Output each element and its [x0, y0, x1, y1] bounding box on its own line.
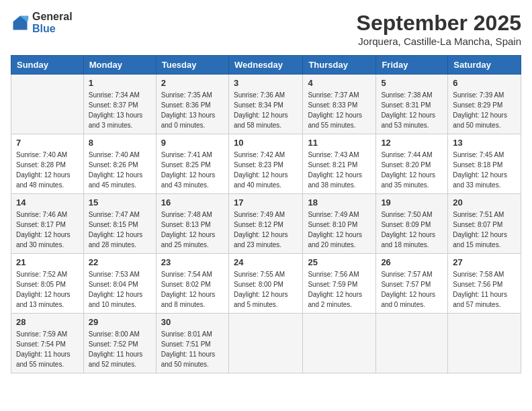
day-info: Sunrise: 7:38 AM Sunset: 8:31 PM Dayligh…	[381, 90, 443, 130]
title-block: September 2025 Jorquera, Castille-La Man…	[357, 11, 521, 47]
day-number: 6	[453, 78, 516, 88]
calendar-cell: 26Sunrise: 7:57 AM Sunset: 7:57 PM Dayli…	[376, 254, 448, 314]
calendar-cell: 5Sunrise: 7:38 AM Sunset: 8:31 PM Daylig…	[376, 75, 448, 134]
day-number: 21	[16, 257, 79, 267]
day-number: 26	[381, 257, 443, 267]
day-number: 5	[381, 78, 443, 88]
day-info: Sunrise: 7:34 AM Sunset: 8:37 PM Dayligh…	[89, 90, 151, 130]
day-number: 14	[16, 197, 79, 208]
day-info: Sunrise: 7:43 AM Sunset: 8:21 PM Dayligh…	[308, 150, 371, 190]
month-title: September 2025	[357, 11, 521, 36]
calendar-cell: 16Sunrise: 7:48 AM Sunset: 8:13 PM Dayli…	[156, 194, 228, 254]
day-info: Sunrise: 7:59 AM Sunset: 7:54 PM Dayligh…	[16, 329, 79, 369]
day-info: Sunrise: 7:50 AM Sunset: 8:09 PM Dayligh…	[381, 210, 443, 250]
day-info: Sunrise: 7:51 AM Sunset: 8:07 PM Dayligh…	[453, 210, 516, 250]
day-info: Sunrise: 7:48 AM Sunset: 8:13 PM Dayligh…	[161, 210, 224, 250]
day-info: Sunrise: 7:55 AM Sunset: 8:00 PM Dayligh…	[234, 269, 298, 310]
day-info: Sunrise: 7:46 AM Sunset: 8:17 PM Dayligh…	[16, 210, 79, 250]
calendar-header: SundayMondayTuesdayWednesdayThursdayFrid…	[11, 56, 521, 75]
logo: General Blue	[11, 11, 73, 34]
calendar-cell: 22Sunrise: 7:53 AM Sunset: 8:04 PM Dayli…	[83, 254, 156, 314]
calendar-cell	[228, 314, 302, 373]
day-info: Sunrise: 7:54 AM Sunset: 8:02 PM Dayligh…	[161, 269, 224, 310]
calendar-cell: 8Sunrise: 7:40 AM Sunset: 8:26 PM Daylig…	[83, 134, 156, 194]
page-header: General Blue September 2025 Jorquera, Ca…	[11, 11, 521, 47]
day-number: 20	[453, 197, 516, 208]
day-number: 22	[89, 257, 151, 267]
logo-blue: Blue	[32, 23, 73, 35]
day-number: 7	[16, 138, 79, 148]
day-info: Sunrise: 7:40 AM Sunset: 8:28 PM Dayligh…	[16, 150, 79, 190]
day-number: 24	[234, 257, 298, 267]
calendar-cell	[448, 314, 521, 373]
day-number: 16	[161, 197, 224, 208]
calendar-cell: 28Sunrise: 7:59 AM Sunset: 7:54 PM Dayli…	[11, 314, 84, 373]
header-day: Monday	[83, 56, 156, 75]
day-info: Sunrise: 7:36 AM Sunset: 8:34 PM Dayligh…	[234, 90, 298, 130]
calendar-cell: 18Sunrise: 7:49 AM Sunset: 8:10 PM Dayli…	[303, 194, 376, 254]
day-number: 29	[89, 317, 151, 327]
header-day: Friday	[376, 56, 448, 75]
day-number: 3	[234, 78, 298, 88]
calendar-week-row: 7Sunrise: 7:40 AM Sunset: 8:28 PM Daylig…	[11, 134, 521, 194]
header-day: Wednesday	[228, 56, 302, 75]
logo-icon	[11, 13, 30, 32]
calendar-week-row: 14Sunrise: 7:46 AM Sunset: 8:17 PM Dayli…	[11, 194, 521, 254]
day-number: 30	[161, 317, 224, 327]
calendar-cell	[303, 314, 376, 373]
logo-general: General	[32, 11, 73, 23]
calendar-body: 1Sunrise: 7:34 AM Sunset: 8:37 PM Daylig…	[11, 75, 521, 373]
calendar-cell: 23Sunrise: 7:54 AM Sunset: 8:02 PM Dayli…	[156, 254, 228, 314]
calendar-cell: 1Sunrise: 7:34 AM Sunset: 8:37 PM Daylig…	[83, 75, 156, 134]
day-info: Sunrise: 7:37 AM Sunset: 8:33 PM Dayligh…	[308, 90, 371, 130]
calendar-cell: 4Sunrise: 7:37 AM Sunset: 8:33 PM Daylig…	[303, 75, 376, 134]
day-info: Sunrise: 7:53 AM Sunset: 8:04 PM Dayligh…	[89, 269, 151, 310]
day-number: 17	[234, 197, 298, 208]
day-info: Sunrise: 7:49 AM Sunset: 8:10 PM Dayligh…	[308, 210, 371, 250]
day-number: 12	[381, 138, 443, 148]
day-info: Sunrise: 7:58 AM Sunset: 7:56 PM Dayligh…	[453, 269, 516, 310]
day-info: Sunrise: 7:49 AM Sunset: 8:12 PM Dayligh…	[234, 210, 298, 250]
calendar-cell: 24Sunrise: 7:55 AM Sunset: 8:00 PM Dayli…	[228, 254, 302, 314]
day-info: Sunrise: 7:40 AM Sunset: 8:26 PM Dayligh…	[89, 150, 151, 190]
day-info: Sunrise: 7:41 AM Sunset: 8:25 PM Dayligh…	[161, 150, 224, 190]
day-number: 9	[161, 138, 224, 148]
day-number: 27	[453, 257, 516, 267]
day-number: 25	[308, 257, 371, 267]
day-info: Sunrise: 7:57 AM Sunset: 7:57 PM Dayligh…	[381, 269, 443, 310]
day-info: Sunrise: 7:42 AM Sunset: 8:23 PM Dayligh…	[234, 150, 298, 190]
calendar-cell: 30Sunrise: 8:01 AM Sunset: 7:51 PM Dayli…	[156, 314, 228, 373]
calendar-cell: 2Sunrise: 7:35 AM Sunset: 8:36 PM Daylig…	[156, 75, 228, 134]
calendar-cell: 29Sunrise: 8:00 AM Sunset: 7:52 PM Dayli…	[83, 314, 156, 373]
day-info: Sunrise: 7:56 AM Sunset: 7:59 PM Dayligh…	[308, 269, 371, 310]
calendar-cell: 9Sunrise: 7:41 AM Sunset: 8:25 PM Daylig…	[156, 134, 228, 194]
calendar-week-row: 28Sunrise: 7:59 AM Sunset: 7:54 PM Dayli…	[11, 314, 521, 373]
calendar-cell: 25Sunrise: 7:56 AM Sunset: 7:59 PM Dayli…	[303, 254, 376, 314]
calendar-cell: 13Sunrise: 7:45 AM Sunset: 8:18 PM Dayli…	[448, 134, 521, 194]
day-number: 13	[453, 138, 516, 148]
day-info: Sunrise: 7:52 AM Sunset: 8:05 PM Dayligh…	[16, 269, 79, 310]
location-title: Jorquera, Castille-La Mancha, Spain	[357, 36, 521, 47]
calendar-cell: 11Sunrise: 7:43 AM Sunset: 8:21 PM Dayli…	[303, 134, 376, 194]
calendar-cell: 27Sunrise: 7:58 AM Sunset: 7:56 PM Dayli…	[448, 254, 521, 314]
day-number: 18	[308, 197, 371, 208]
day-number: 11	[308, 138, 371, 148]
day-number: 28	[16, 317, 79, 327]
day-number: 8	[89, 138, 151, 148]
day-info: Sunrise: 7:39 AM Sunset: 8:29 PM Dayligh…	[453, 90, 516, 130]
day-info: Sunrise: 7:44 AM Sunset: 8:20 PM Dayligh…	[381, 150, 443, 190]
day-info: Sunrise: 8:01 AM Sunset: 7:51 PM Dayligh…	[161, 329, 224, 369]
calendar-week-row: 1Sunrise: 7:34 AM Sunset: 8:37 PM Daylig…	[11, 75, 521, 134]
logo-text: General Blue	[32, 11, 73, 34]
day-number: 10	[234, 138, 298, 148]
day-number: 15	[89, 197, 151, 208]
day-number: 1	[89, 78, 151, 88]
calendar-cell: 19Sunrise: 7:50 AM Sunset: 8:09 PM Dayli…	[376, 194, 448, 254]
day-info: Sunrise: 7:45 AM Sunset: 8:18 PM Dayligh…	[453, 150, 516, 190]
header-day: Tuesday	[156, 56, 228, 75]
header-day: Thursday	[303, 56, 376, 75]
day-number: 19	[381, 197, 443, 208]
calendar-cell: 7Sunrise: 7:40 AM Sunset: 8:28 PM Daylig…	[11, 134, 84, 194]
calendar-cell: 10Sunrise: 7:42 AM Sunset: 8:23 PM Dayli…	[228, 134, 302, 194]
calendar-cell	[376, 314, 448, 373]
